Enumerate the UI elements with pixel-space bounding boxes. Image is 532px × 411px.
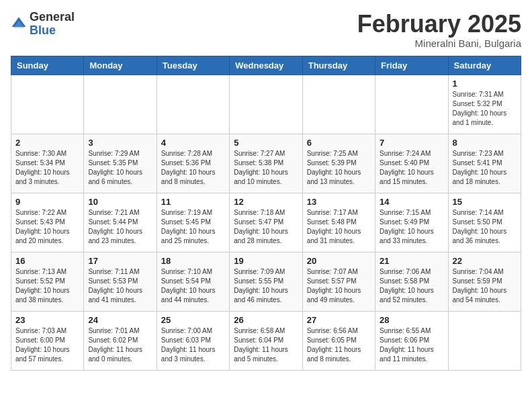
day-info: Sunrise: 6:58 AM Sunset: 6:04 PM Dayligh… xyxy=(234,326,298,364)
logo-blue-text: Blue xyxy=(30,24,56,37)
day-number: 27 xyxy=(307,315,371,325)
day-info: Sunrise: 7:29 AM Sunset: 5:35 PM Dayligh… xyxy=(88,149,152,187)
day-number: 9 xyxy=(15,197,79,207)
calendar-day-cell: 2Sunrise: 7:30 AM Sunset: 5:34 PM Daylig… xyxy=(11,134,84,193)
calendar-table: SundayMondayTuesdayWednesdayThursdayFrid… xyxy=(11,56,521,371)
weekday-header-thursday: Thursday xyxy=(302,56,375,75)
page-header: General Blue February 2025 Mineralni Ban… xyxy=(11,11,521,49)
calendar-day-cell: 17Sunrise: 7:11 AM Sunset: 5:53 PM Dayli… xyxy=(84,252,157,311)
month-title: February 2025 xyxy=(357,11,521,38)
day-number: 25 xyxy=(161,315,225,325)
day-number: 22 xyxy=(453,256,517,266)
logo: General Blue xyxy=(11,11,75,38)
day-number: 13 xyxy=(307,197,371,207)
calendar-week-row: 9Sunrise: 7:22 AM Sunset: 5:43 PM Daylig… xyxy=(11,193,521,252)
calendar-day-cell: 20Sunrise: 7:07 AM Sunset: 5:57 PM Dayli… xyxy=(302,252,375,311)
day-number: 21 xyxy=(380,256,443,266)
day-info: Sunrise: 7:23 AM Sunset: 5:41 PM Dayligh… xyxy=(453,149,517,187)
calendar-day-cell: 6Sunrise: 7:25 AM Sunset: 5:39 PM Daylig… xyxy=(302,134,375,193)
calendar-day-cell: 16Sunrise: 7:13 AM Sunset: 5:52 PM Dayli… xyxy=(11,252,84,311)
calendar-day-cell: 4Sunrise: 7:28 AM Sunset: 5:36 PM Daylig… xyxy=(157,134,229,193)
day-number: 7 xyxy=(380,138,443,148)
day-number: 26 xyxy=(234,315,298,325)
day-info: Sunrise: 7:03 AM Sunset: 6:00 PM Dayligh… xyxy=(15,326,79,364)
calendar-day-cell: 28Sunrise: 6:55 AM Sunset: 6:06 PM Dayli… xyxy=(375,311,448,370)
logo-general-text: General xyxy=(30,10,75,24)
weekday-header-friday: Friday xyxy=(375,56,448,75)
weekday-header-tuesday: Tuesday xyxy=(157,56,229,75)
day-info: Sunrise: 7:21 AM Sunset: 5:44 PM Dayligh… xyxy=(88,208,152,246)
day-info: Sunrise: 7:25 AM Sunset: 5:39 PM Dayligh… xyxy=(307,149,371,187)
day-number: 1 xyxy=(453,79,517,89)
day-info: Sunrise: 7:11 AM Sunset: 5:53 PM Dayligh… xyxy=(88,267,152,305)
day-info: Sunrise: 7:27 AM Sunset: 5:38 PM Dayligh… xyxy=(234,149,298,187)
day-number: 2 xyxy=(15,138,79,148)
day-info: Sunrise: 6:56 AM Sunset: 6:05 PM Dayligh… xyxy=(307,326,371,364)
weekday-header-row: SundayMondayTuesdayWednesdayThursdayFrid… xyxy=(11,56,521,75)
calendar-day-cell: 24Sunrise: 7:01 AM Sunset: 6:02 PM Dayli… xyxy=(84,311,157,370)
day-info: Sunrise: 7:19 AM Sunset: 5:45 PM Dayligh… xyxy=(161,208,225,246)
location-subtitle: Mineralni Bani, Bulgaria xyxy=(357,38,521,49)
day-number: 11 xyxy=(161,197,225,207)
day-info: Sunrise: 7:06 AM Sunset: 5:58 PM Dayligh… xyxy=(380,267,443,305)
day-number: 18 xyxy=(161,256,225,266)
weekday-header-sunday: Sunday xyxy=(11,56,84,75)
day-number: 12 xyxy=(234,197,298,207)
title-block: February 2025 Mineralni Bani, Bulgaria xyxy=(357,11,521,49)
calendar-day-cell: 7Sunrise: 7:24 AM Sunset: 5:40 PM Daylig… xyxy=(375,134,448,193)
calendar-day-cell xyxy=(84,75,157,134)
calendar-day-cell: 25Sunrise: 7:00 AM Sunset: 6:03 PM Dayli… xyxy=(157,311,229,370)
day-number: 3 xyxy=(88,138,152,148)
calendar-day-cell: 14Sunrise: 7:15 AM Sunset: 5:49 PM Dayli… xyxy=(375,193,448,252)
calendar-day-cell xyxy=(302,75,375,134)
calendar-day-cell xyxy=(448,311,521,370)
weekday-header-monday: Monday xyxy=(84,56,157,75)
day-info: Sunrise: 7:28 AM Sunset: 5:36 PM Dayligh… xyxy=(161,149,225,187)
day-info: Sunrise: 7:30 AM Sunset: 5:34 PM Dayligh… xyxy=(15,149,79,187)
day-number: 4 xyxy=(161,138,225,148)
day-number: 6 xyxy=(307,138,371,148)
calendar-day-cell: 12Sunrise: 7:18 AM Sunset: 5:47 PM Dayli… xyxy=(230,193,302,252)
calendar-day-cell: 8Sunrise: 7:23 AM Sunset: 5:41 PM Daylig… xyxy=(448,134,521,193)
calendar-day-cell: 27Sunrise: 6:56 AM Sunset: 6:05 PM Dayli… xyxy=(302,311,375,370)
calendar-day-cell: 21Sunrise: 7:06 AM Sunset: 5:58 PM Dayli… xyxy=(375,252,448,311)
day-number: 14 xyxy=(380,197,443,207)
day-number: 15 xyxy=(453,197,517,207)
logo-icon xyxy=(11,16,27,32)
day-info: Sunrise: 7:09 AM Sunset: 5:55 PM Dayligh… xyxy=(234,267,298,305)
day-number: 19 xyxy=(234,256,298,266)
day-number: 23 xyxy=(15,315,79,325)
day-info: Sunrise: 7:14 AM Sunset: 5:50 PM Dayligh… xyxy=(453,208,517,246)
day-number: 20 xyxy=(307,256,371,266)
calendar-day-cell: 15Sunrise: 7:14 AM Sunset: 5:50 PM Dayli… xyxy=(448,193,521,252)
day-info: Sunrise: 7:24 AM Sunset: 5:40 PM Dayligh… xyxy=(380,149,443,187)
day-number: 24 xyxy=(88,315,152,325)
day-info: Sunrise: 7:01 AM Sunset: 6:02 PM Dayligh… xyxy=(88,326,152,364)
calendar-day-cell: 9Sunrise: 7:22 AM Sunset: 5:43 PM Daylig… xyxy=(11,193,84,252)
calendar-day-cell: 26Sunrise: 6:58 AM Sunset: 6:04 PM Dayli… xyxy=(230,311,302,370)
day-number: 10 xyxy=(88,197,152,207)
calendar-day-cell xyxy=(157,75,229,134)
day-info: Sunrise: 7:10 AM Sunset: 5:54 PM Dayligh… xyxy=(161,267,225,305)
calendar-week-row: 1Sunrise: 7:31 AM Sunset: 5:32 PM Daylig… xyxy=(11,75,521,134)
day-number: 16 xyxy=(15,256,79,266)
calendar-week-row: 16Sunrise: 7:13 AM Sunset: 5:52 PM Dayli… xyxy=(11,252,521,311)
calendar-day-cell: 3Sunrise: 7:29 AM Sunset: 5:35 PM Daylig… xyxy=(84,134,157,193)
day-number: 28 xyxy=(380,315,443,325)
weekday-header-wednesday: Wednesday xyxy=(230,56,302,75)
weekday-header-saturday: Saturday xyxy=(448,56,521,75)
calendar-day-cell: 13Sunrise: 7:17 AM Sunset: 5:48 PM Dayli… xyxy=(302,193,375,252)
day-info: Sunrise: 7:07 AM Sunset: 5:57 PM Dayligh… xyxy=(307,267,371,305)
day-info: Sunrise: 6:55 AM Sunset: 6:06 PM Dayligh… xyxy=(380,326,443,364)
calendar-day-cell: 23Sunrise: 7:03 AM Sunset: 6:00 PM Dayli… xyxy=(11,311,84,370)
calendar-day-cell: 10Sunrise: 7:21 AM Sunset: 5:44 PM Dayli… xyxy=(84,193,157,252)
calendar-day-cell: 5Sunrise: 7:27 AM Sunset: 5:38 PM Daylig… xyxy=(230,134,302,193)
day-info: Sunrise: 7:13 AM Sunset: 5:52 PM Dayligh… xyxy=(15,267,79,305)
calendar-day-cell: 19Sunrise: 7:09 AM Sunset: 5:55 PM Dayli… xyxy=(230,252,302,311)
calendar-day-cell: 18Sunrise: 7:10 AM Sunset: 5:54 PM Dayli… xyxy=(157,252,229,311)
day-info: Sunrise: 7:31 AM Sunset: 5:32 PM Dayligh… xyxy=(453,90,517,128)
day-info: Sunrise: 7:17 AM Sunset: 5:48 PM Dayligh… xyxy=(307,208,371,246)
day-info: Sunrise: 7:22 AM Sunset: 5:43 PM Dayligh… xyxy=(15,208,79,246)
day-number: 17 xyxy=(88,256,152,266)
day-info: Sunrise: 7:04 AM Sunset: 5:59 PM Dayligh… xyxy=(453,267,517,305)
